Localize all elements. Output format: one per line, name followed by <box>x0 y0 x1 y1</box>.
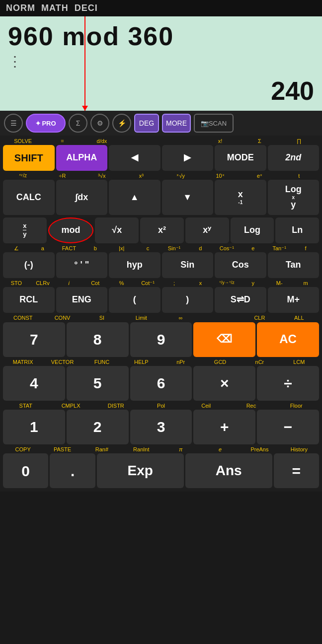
clrv-label: CLRv <box>30 280 55 286</box>
log-button[interactable]: Log <box>231 217 274 243</box>
nine-button[interactable]: 9 <box>130 322 192 357</box>
zero-button[interactable]: 0 <box>3 453 48 488</box>
sqrt-button[interactable]: √x <box>95 217 139 243</box>
distr-label: DISTR <box>94 403 138 409</box>
second-button[interactable]: 2nd <box>268 145 320 171</box>
one-button[interactable]: 1 <box>3 410 65 444</box>
ceil-label: Ceil <box>184 403 228 409</box>
integral-button[interactable]: ∫dx <box>56 180 108 215</box>
close-paren-button[interactable]: ) <box>162 287 214 313</box>
six-button[interactable]: 6 <box>130 366 192 401</box>
shift-button[interactable]: SHIFT <box>3 145 55 171</box>
help-label: HELP <box>122 359 160 365</box>
label-row-5: STO CLRv i Cot % Cot⁻¹ ; x ˣ/y→ˣ/z y M- … <box>2 280 320 287</box>
btn-row-6: 7 8 9 ⌫ AC <box>2 322 320 357</box>
btn-row-2: CALC ∫dx ▲ ▼ x-1 Logxy <box>2 180 320 215</box>
frac-num: x <box>23 222 26 230</box>
hyp-button[interactable]: hyp <box>109 252 161 278</box>
inf-label: ∞ <box>162 315 200 321</box>
dot-button[interactable]: . <box>50 453 95 488</box>
calc-button[interactable]: CALC <box>3 180 55 215</box>
five-button[interactable]: 5 <box>67 366 129 401</box>
f-label: f <box>293 245 318 252</box>
gear-button[interactable]: ⚙ <box>90 114 109 133</box>
neg-button[interactable]: (-) <box>3 252 55 278</box>
history-label: History <box>280 446 318 453</box>
epow-label: eˣ <box>241 173 278 179</box>
three-button[interactable]: 3 <box>130 410 192 444</box>
sum-label: Σ <box>241 138 278 144</box>
lcm-label: LCM <box>280 359 318 365</box>
rcl-button[interactable]: RCL <box>3 287 55 313</box>
right-arrow-button[interactable]: ▶ <box>162 145 214 171</box>
ac-button[interactable]: AC <box>257 322 319 357</box>
xy-button[interactable]: xʸ <box>185 217 229 243</box>
xfact-label: x! <box>201 138 239 144</box>
btn-row-1: SHIFT ALPHA ◀ ▶ MODE 2nd <box>2 145 320 171</box>
e-label: e <box>241 245 265 252</box>
pro-button[interactable]: ✦ PRO <box>26 114 66 133</box>
tan-button[interactable]: Tan <box>268 252 320 278</box>
nthroot-label: ˣ√y <box>162 173 200 179</box>
logxy-button[interactable]: Logxy <box>268 180 320 215</box>
std-button[interactable]: S⇌D <box>215 287 266 313</box>
eng-button[interactable]: ENG <box>56 287 108 313</box>
btn-row-7: 4 5 6 × ÷ <box>2 366 320 401</box>
sigma-button[interactable]: Σ <box>69 114 87 133</box>
lightning-button[interactable]: ⚡ <box>112 114 131 133</box>
taninv-label: Tan⁻¹ <box>267 245 292 252</box>
xyz-label: ˣʸ/z <box>4 173 42 179</box>
alpha-button[interactable]: ALPHA <box>56 145 108 171</box>
divide-button[interactable]: ÷ <box>257 366 319 401</box>
limit-label: Limit <box>122 315 160 321</box>
mode-button[interactable]: MODE <box>215 145 266 171</box>
scan-label: SCAN <box>209 120 227 127</box>
backspace-button[interactable]: ⌫ <box>193 322 255 357</box>
clr-label: CLR <box>241 315 278 321</box>
conv-label: CONV <box>43 315 81 321</box>
semi-label: ; <box>162 280 187 286</box>
up-arrow-button[interactable]: ▲ <box>109 180 161 215</box>
ln-button[interactable]: Ln <box>275 217 319 243</box>
menu-button[interactable]: ☰ <box>4 114 23 133</box>
top-bar: NORM MATH DECI <box>0 0 322 16</box>
open-paren-button[interactable]: ( <box>109 287 161 313</box>
prod-label: ∏ <box>280 138 318 144</box>
down-arrow-button[interactable]: ▼ <box>162 180 214 215</box>
label-row-1: SOLVE = d/dx x! Σ ∏ <box>2 138 320 145</box>
seven-button[interactable]: 7 <box>3 322 65 357</box>
frac-den: y <box>23 230 26 238</box>
ans-button[interactable]: Ans <box>185 453 272 488</box>
multiply-button[interactable]: × <box>193 366 255 401</box>
pol-label: Pol <box>139 403 183 409</box>
two-button[interactable]: 2 <box>67 410 129 444</box>
cos-button[interactable]: Cos <box>215 252 266 278</box>
b-label: b <box>83 245 108 252</box>
mplus-button[interactable]: M+ <box>268 287 320 313</box>
calculator-body: SOLVE = d/dx x! Σ ∏ SHIFT ALPHA ◀ ▶ MODE… <box>0 136 322 492</box>
plus-button[interactable]: + <box>193 410 255 444</box>
scan-button[interactable]: 📷 SCAN <box>194 114 234 133</box>
display-input: 960 mod 360 <box>8 21 314 51</box>
xsq-button[interactable]: x² <box>140 217 184 243</box>
cbrt-label: ³√x <box>83 173 121 179</box>
fact-label: FACT <box>57 245 81 252</box>
equals-button[interactable]: = <box>274 453 319 488</box>
all-label: ALL <box>280 315 318 321</box>
solve-label: SOLVE <box>4 138 42 144</box>
left-arrow-button[interactable]: ◀ <box>109 145 161 171</box>
more-button[interactable]: MORE <box>162 114 191 133</box>
xinv-button[interactable]: x-1 <box>215 180 266 215</box>
mod-button[interactable]: mod <box>48 217 94 243</box>
cosinv-label: Cos⁻¹ <box>214 245 239 252</box>
eight-button[interactable]: 8 <box>67 322 129 357</box>
dms-button[interactable]: ° ' " <box>56 252 108 278</box>
fraction-button[interactable]: x y <box>3 217 47 243</box>
sin-button[interactable]: Sin <box>162 252 214 278</box>
deg-button[interactable]: DEG <box>134 114 159 133</box>
minus-button[interactable]: − <box>257 410 319 444</box>
label-row-2: ˣʸ/z ÷R ³√x x³ ˣ√y 10ˣ eˣ t <box>2 172 320 180</box>
four-button[interactable]: 4 <box>3 366 65 401</box>
display-result: 240 <box>271 76 314 106</box>
exp-button[interactable]: Exp <box>97 453 184 488</box>
